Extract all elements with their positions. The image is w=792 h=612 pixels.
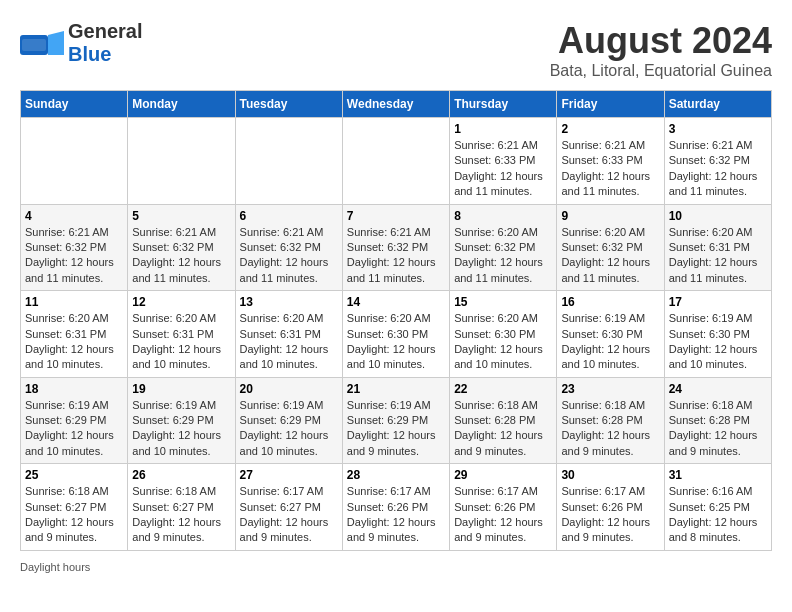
day-info: Sunrise: 6:19 AM Sunset: 6:29 PM Dayligh… <box>240 398 338 460</box>
day-number: 2 <box>561 122 659 136</box>
sunset-label: Sunset: 6:27 PM <box>25 501 106 513</box>
daylight-label: Daylight: 12 hours and 9 minutes. <box>25 516 114 543</box>
calendar-cell: 12 Sunrise: 6:20 AM Sunset: 6:31 PM Dayl… <box>128 291 235 378</box>
day-number: 10 <box>669 209 767 223</box>
daylight-label: Daylight: 12 hours and 10 minutes. <box>25 429 114 456</box>
calendar-cell: 19 Sunrise: 6:19 AM Sunset: 6:29 PM Dayl… <box>128 377 235 464</box>
calendar-cell: 7 Sunrise: 6:21 AM Sunset: 6:32 PM Dayli… <box>342 204 449 291</box>
day-info: Sunrise: 6:21 AM Sunset: 6:32 PM Dayligh… <box>132 225 230 287</box>
daylight-label: Daylight: 12 hours and 8 minutes. <box>669 516 758 543</box>
daylight-label: Daylight: 12 hours and 10 minutes. <box>240 429 329 456</box>
sunrise-label: Sunrise: 6:20 AM <box>347 312 431 324</box>
day-info: Sunrise: 6:18 AM Sunset: 6:27 PM Dayligh… <box>132 484 230 546</box>
sunset-label: Sunset: 6:28 PM <box>454 414 535 426</box>
daylight-label: Daylight: 12 hours and 10 minutes. <box>669 343 758 370</box>
day-info: Sunrise: 6:20 AM Sunset: 6:32 PM Dayligh… <box>561 225 659 287</box>
footer: Daylight hours <box>20 561 772 573</box>
daylight-label: Daylight: 12 hours and 9 minutes. <box>347 516 436 543</box>
day-number: 22 <box>454 382 552 396</box>
daylight-label: Daylight: 12 hours and 10 minutes. <box>561 343 650 370</box>
sunset-label: Sunset: 6:26 PM <box>454 501 535 513</box>
sunrise-label: Sunrise: 6:19 AM <box>132 399 216 411</box>
sunrise-label: Sunrise: 6:21 AM <box>347 226 431 238</box>
logo: General Blue <box>20 20 142 66</box>
sunset-label: Sunset: 6:33 PM <box>561 154 642 166</box>
page-header: General Blue August 2024 Bata, Litoral, … <box>20 20 772 80</box>
sunrise-label: Sunrise: 6:19 AM <box>240 399 324 411</box>
sunset-label: Sunset: 6:31 PM <box>669 241 750 253</box>
day-number: 30 <box>561 468 659 482</box>
calendar-cell: 4 Sunrise: 6:21 AM Sunset: 6:32 PM Dayli… <box>21 204 128 291</box>
sunset-label: Sunset: 6:28 PM <box>561 414 642 426</box>
calendar-cell: 25 Sunrise: 6:18 AM Sunset: 6:27 PM Dayl… <box>21 464 128 551</box>
sunset-label: Sunset: 6:29 PM <box>25 414 106 426</box>
sunrise-label: Sunrise: 6:20 AM <box>132 312 216 324</box>
daylight-label: Daylight: 12 hours and 9 minutes. <box>132 516 221 543</box>
calendar-cell: 18 Sunrise: 6:19 AM Sunset: 6:29 PM Dayl… <box>21 377 128 464</box>
day-info: Sunrise: 6:19 AM Sunset: 6:29 PM Dayligh… <box>25 398 123 460</box>
day-number: 13 <box>240 295 338 309</box>
sunrise-label: Sunrise: 6:18 AM <box>669 399 753 411</box>
sunrise-label: Sunrise: 6:21 AM <box>561 139 645 151</box>
day-number: 3 <box>669 122 767 136</box>
day-info: Sunrise: 6:20 AM Sunset: 6:31 PM Dayligh… <box>25 311 123 373</box>
calendar-cell: 6 Sunrise: 6:21 AM Sunset: 6:32 PM Dayli… <box>235 204 342 291</box>
sunset-label: Sunset: 6:31 PM <box>25 328 106 340</box>
sunrise-label: Sunrise: 6:19 AM <box>25 399 109 411</box>
sunset-label: Sunset: 6:33 PM <box>454 154 535 166</box>
sunset-label: Sunset: 6:30 PM <box>347 328 428 340</box>
sunrise-label: Sunrise: 6:21 AM <box>25 226 109 238</box>
sunrise-label: Sunrise: 6:17 AM <box>454 485 538 497</box>
daylight-label: Daylight: 12 hours and 11 minutes. <box>669 256 758 283</box>
day-info: Sunrise: 6:21 AM Sunset: 6:32 PM Dayligh… <box>347 225 445 287</box>
sunset-label: Sunset: 6:29 PM <box>347 414 428 426</box>
calendar-cell: 20 Sunrise: 6:19 AM Sunset: 6:29 PM Dayl… <box>235 377 342 464</box>
day-info: Sunrise: 6:18 AM Sunset: 6:28 PM Dayligh… <box>454 398 552 460</box>
daylight-label: Daylight: 12 hours and 10 minutes. <box>25 343 114 370</box>
day-number: 11 <box>25 295 123 309</box>
day-number: 6 <box>240 209 338 223</box>
day-number: 8 <box>454 209 552 223</box>
calendar-cell: 28 Sunrise: 6:17 AM Sunset: 6:26 PM Dayl… <box>342 464 449 551</box>
day-info: Sunrise: 6:19 AM Sunset: 6:29 PM Dayligh… <box>132 398 230 460</box>
sunrise-label: Sunrise: 6:20 AM <box>240 312 324 324</box>
day-info: Sunrise: 6:16 AM Sunset: 6:25 PM Dayligh… <box>669 484 767 546</box>
daylight-label: Daylight: 12 hours and 11 minutes. <box>240 256 329 283</box>
daylight-label: Daylight: 12 hours and 11 minutes. <box>454 170 543 197</box>
sunrise-label: Sunrise: 6:18 AM <box>454 399 538 411</box>
daylight-label: Daylight: 12 hours and 10 minutes. <box>240 343 329 370</box>
day-info: Sunrise: 6:18 AM Sunset: 6:27 PM Dayligh… <box>25 484 123 546</box>
calendar-cell: 30 Sunrise: 6:17 AM Sunset: 6:26 PM Dayl… <box>557 464 664 551</box>
sunrise-label: Sunrise: 6:16 AM <box>669 485 753 497</box>
daylight-label: Daylight: 12 hours and 11 minutes. <box>132 256 221 283</box>
day-info: Sunrise: 6:21 AM Sunset: 6:32 PM Dayligh… <box>240 225 338 287</box>
sunset-label: Sunset: 6:30 PM <box>669 328 750 340</box>
day-number: 31 <box>669 468 767 482</box>
calendar-cell: 9 Sunrise: 6:20 AM Sunset: 6:32 PM Dayli… <box>557 204 664 291</box>
day-info: Sunrise: 6:17 AM Sunset: 6:26 PM Dayligh… <box>347 484 445 546</box>
sunset-label: Sunset: 6:25 PM <box>669 501 750 513</box>
calendar-cell: 13 Sunrise: 6:20 AM Sunset: 6:31 PM Dayl… <box>235 291 342 378</box>
sunset-label: Sunset: 6:30 PM <box>454 328 535 340</box>
day-number: 27 <box>240 468 338 482</box>
daylight-label: Daylight: 12 hours and 9 minutes. <box>454 516 543 543</box>
title-block: August 2024 Bata, Litoral, Equatorial Gu… <box>550 20 772 80</box>
day-info: Sunrise: 6:19 AM Sunset: 6:30 PM Dayligh… <box>669 311 767 373</box>
day-number: 21 <box>347 382 445 396</box>
calendar-cell <box>128 118 235 205</box>
day-number: 14 <box>347 295 445 309</box>
sunrise-label: Sunrise: 6:20 AM <box>25 312 109 324</box>
daylight-label: Daylight: 12 hours and 10 minutes. <box>347 343 436 370</box>
sunset-label: Sunset: 6:26 PM <box>561 501 642 513</box>
day-info: Sunrise: 6:19 AM Sunset: 6:30 PM Dayligh… <box>561 311 659 373</box>
calendar-cell: 8 Sunrise: 6:20 AM Sunset: 6:32 PM Dayli… <box>450 204 557 291</box>
day-info: Sunrise: 6:20 AM Sunset: 6:30 PM Dayligh… <box>347 311 445 373</box>
daylight-label: Daylight: 12 hours and 11 minutes. <box>561 256 650 283</box>
calendar-header-sunday: Sunday <box>21 91 128 118</box>
day-number: 16 <box>561 295 659 309</box>
day-number: 18 <box>25 382 123 396</box>
calendar-header-saturday: Saturday <box>664 91 771 118</box>
day-info: Sunrise: 6:20 AM Sunset: 6:30 PM Dayligh… <box>454 311 552 373</box>
calendar-cell: 14 Sunrise: 6:20 AM Sunset: 6:30 PM Dayl… <box>342 291 449 378</box>
page-subtitle: Bata, Litoral, Equatorial Guinea <box>550 62 772 80</box>
